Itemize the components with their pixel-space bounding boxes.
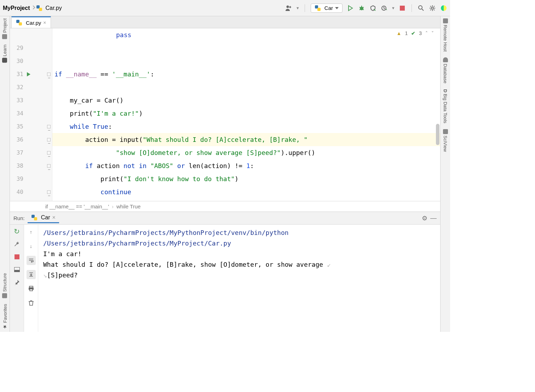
toolwindow-database[interactable]: Database xyxy=(443,57,448,83)
run-tab-label: Car xyxy=(41,214,50,221)
svg-rect-13 xyxy=(30,289,33,291)
run-console-toolbar: ↑ ↓ xyxy=(24,225,38,332)
toolwindow-learn[interactable]: Learn xyxy=(2,45,7,63)
stop-icon[interactable] xyxy=(13,253,21,261)
layout-icon[interactable] xyxy=(13,266,21,273)
context-scope[interactable]: if __name__ == '__main__' xyxy=(45,203,109,209)
fold-icon[interactable] xyxy=(47,138,51,142)
run-tab-active[interactable]: Car × xyxy=(28,213,59,223)
fold-icon[interactable] xyxy=(47,190,51,194)
run-gutter-icon[interactable] xyxy=(27,72,30,76)
ide-logo-icon[interactable] xyxy=(440,5,447,12)
wrench-icon[interactable] xyxy=(13,240,21,248)
fold-icon[interactable] xyxy=(47,73,51,76)
toolwindow-label: SciView xyxy=(443,136,448,152)
code-line[interactable]: "show [O]dometer, or show average [S]pee… xyxy=(52,146,440,159)
up-arrow-icon[interactable]: ↑ xyxy=(27,227,36,237)
toolwindow-label: Project xyxy=(2,18,7,33)
toolwindow-sciview[interactable]: SciView xyxy=(443,129,448,152)
run-config-selector[interactable]: Car xyxy=(311,4,343,13)
console-line: I'm a car! xyxy=(43,249,435,259)
gutter-line: 35 xyxy=(10,120,52,133)
toolwindow-label: Big Data Tools xyxy=(443,94,448,123)
line-number: 30 xyxy=(13,54,23,68)
gutter-line: 30 xyxy=(10,54,52,68)
scroll-to-end-icon[interactable] xyxy=(27,270,36,279)
code-line[interactable]: if action not in "ABOS" or len(action) !… xyxy=(52,159,440,172)
check-count: 3 xyxy=(419,30,422,36)
profile-icon[interactable] xyxy=(381,5,388,12)
gutter-line: 33 xyxy=(10,94,52,107)
star-icon: ★ xyxy=(2,324,8,330)
inspection-widget[interactable]: ▲ 1 ✔ 3 ˄ ˅ xyxy=(397,30,434,36)
gutter-line: 39 xyxy=(10,172,52,185)
code-line[interactable]: print("I'm a car!") xyxy=(52,107,440,120)
print-icon[interactable] xyxy=(27,284,36,293)
toolwindow-project[interactable]: Project xyxy=(2,18,7,39)
code-line[interactable]: pass xyxy=(52,28,440,41)
code-line[interactable]: print("I don't know how to do that") xyxy=(52,172,440,185)
line-number: 37 xyxy=(13,146,23,159)
down-arrow-icon[interactable]: ↓ xyxy=(27,242,36,251)
gutter-line: 32 xyxy=(10,81,52,94)
breadcrumb-file[interactable]: Car.py xyxy=(45,5,62,11)
gutter-line: 40 xyxy=(10,185,52,198)
code-line[interactable] xyxy=(52,54,440,68)
code-line[interactable]: continue xyxy=(52,185,440,198)
code-line[interactable]: my_car = Car() xyxy=(52,94,440,107)
editor-tab-active[interactable]: Car.py × xyxy=(11,16,51,28)
right-toolwindow-stripe: Remote Host Database D Big Data Tools Sc… xyxy=(440,16,450,332)
prev-highlight-icon[interactable]: ˄ xyxy=(425,30,428,36)
close-icon[interactable]: × xyxy=(52,214,55,221)
toolwindow-remote-host[interactable]: Remote Host xyxy=(443,18,448,52)
toolwindow-favorites[interactable]: ★ Favorites xyxy=(2,304,8,330)
context-scope[interactable]: while True xyxy=(116,203,140,209)
hide-panel-icon[interactable]: — xyxy=(430,214,437,222)
search-icon[interactable] xyxy=(418,5,425,12)
fold-icon[interactable] xyxy=(47,151,51,155)
line-number: 34 xyxy=(13,107,23,120)
run-coverage-icon[interactable] xyxy=(369,5,376,12)
next-highlight-icon[interactable]: ˅ xyxy=(431,30,434,36)
learn-icon xyxy=(2,58,7,63)
gear-icon[interactable] xyxy=(429,5,436,12)
fold-icon[interactable] xyxy=(47,164,51,168)
code-line[interactable]: action = input("What should I do? [A]cce… xyxy=(52,133,440,146)
line-number: 31 xyxy=(13,68,23,81)
fold-icon[interactable] xyxy=(47,125,51,128)
line-number: 38 xyxy=(13,159,23,172)
console-path-line: /Users/jetbrains/PycharmProjects/MyProje… xyxy=(43,238,435,249)
warning-icon: ▲ xyxy=(397,30,402,36)
code-area[interactable]: passif __name__ == '__main__': my_car = … xyxy=(52,28,440,201)
big-data-icon: D xyxy=(443,89,448,92)
toolwindow-structure[interactable]: Structure xyxy=(2,273,7,298)
run-icon[interactable] xyxy=(347,5,354,12)
scrollbar-thumb[interactable] xyxy=(436,124,439,145)
breadcrumb-project[interactable]: MyProject xyxy=(3,5,30,11)
code-line[interactable] xyxy=(52,81,440,94)
editor-tab-row: Car.py × xyxy=(10,16,440,28)
user-add-icon[interactable] xyxy=(285,5,292,12)
pin-icon[interactable] xyxy=(13,278,21,286)
console-output[interactable]: /Users/jetbrains/PycharmProjects/MyPytho… xyxy=(38,225,440,332)
toolwindow-big-data[interactable]: D Big Data Tools xyxy=(443,89,448,123)
soft-wrap-icon[interactable] xyxy=(27,256,36,265)
run-vertical-toolbar: ↻ xyxy=(10,225,24,332)
code-line[interactable] xyxy=(52,41,440,54)
code-line[interactable]: if __name__ == '__main__': xyxy=(52,68,440,81)
editor[interactable]: 293031323334353637383940 passif __name__… xyxy=(10,28,440,201)
trash-icon[interactable] xyxy=(27,298,36,307)
gear-icon[interactable]: ⚙ xyxy=(422,214,427,222)
gutter-line: 34 xyxy=(10,107,52,120)
code-line[interactable]: while True: xyxy=(52,120,440,133)
gutter-line: 37 xyxy=(10,146,52,159)
editor-context-breadcrumb: if __name__ == '__main__' › while True xyxy=(10,201,440,212)
stop-icon[interactable] xyxy=(399,5,406,12)
svg-point-0 xyxy=(286,5,289,8)
python-file-icon xyxy=(36,5,42,11)
run-header: Run: Car × ⚙ — xyxy=(10,212,440,225)
rerun-icon[interactable]: ↻ xyxy=(13,227,21,235)
debug-icon[interactable] xyxy=(358,5,365,12)
close-tab-icon[interactable]: × xyxy=(43,20,46,25)
python-file-icon xyxy=(315,5,321,11)
